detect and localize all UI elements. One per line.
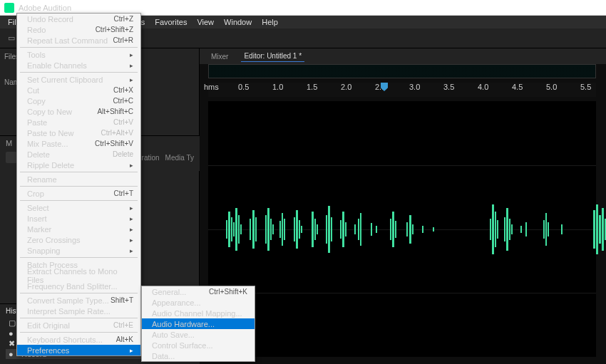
menu-item-zero-crossings[interactable]: Zero Crossings▸ (17, 234, 140, 245)
svg-rect-21 (312, 212, 314, 247)
svg-rect-18 (296, 210, 298, 249)
edit-menu-dropdown: Undo RecordCtrl+ZRedoCtrl+Shift+ZRepeat … (16, 13, 141, 356)
timeline-tick: 1.0 (272, 83, 283, 91)
submenu-item-general-[interactable]: General...Ctrl+Shift+K (142, 286, 255, 297)
svg-rect-49 (509, 219, 510, 240)
svg-rect-24 (326, 215, 327, 244)
menu-item-rename[interactable]: Rename (17, 174, 140, 184)
menu-item-convert-sample-type-[interactable]: Convert Sample Type...Shift+T (17, 295, 140, 306)
menu-item-repeat-last-command[interactable]: Repeat Last CommandCtrl+R (17, 35, 140, 46)
svg-rect-14 (279, 221, 281, 238)
menu-item-crop[interactable]: CropCtrl+T (17, 188, 140, 199)
menu-item-ripple-delete[interactable]: Ripple Delete▸ (17, 160, 140, 170)
menu-item-copy-to-new[interactable]: Copy to NewAlt+Shift+C (17, 106, 140, 117)
svg-rect-58 (596, 204, 598, 254)
menu-item-paste-to-new: Paste to NewCtrl+Alt+V (17, 128, 140, 138)
menu-window[interactable]: Window (219, 16, 257, 28)
menu-item-interpret-sample-rate-[interactable]: Interpret Sample Rate... (17, 306, 140, 316)
svg-rect-56 (561, 224, 563, 234)
svg-rect-35 (390, 219, 391, 240)
menu-item-cut[interactable]: CutCtrl+X (17, 85, 140, 95)
menu-item-snapping[interactable]: Snapping▸ (17, 245, 140, 256)
svg-rect-52 (525, 222, 527, 236)
svg-rect-22 (314, 219, 316, 240)
svg-rect-17 (294, 217, 295, 241)
svg-rect-1 (228, 212, 230, 247)
svg-rect-48 (506, 208, 508, 251)
editor-area: Mixer Editor: Untitled 1 * hms0.51.01.52… (200, 48, 606, 364)
editor-tabs: Mixer Editor: Untitled 1 * (200, 48, 606, 64)
timeline-tick: 0.5 (238, 83, 249, 91)
menu-item-frequency-band-splitter-[interactable]: Frequency Band Splitter... (17, 281, 140, 291)
submenu-item-control-surface-[interactable]: Control Surface... (142, 340, 255, 350)
svg-rect-23 (317, 224, 318, 234)
svg-rect-0 (226, 220, 227, 239)
svg-rect-8 (252, 210, 255, 249)
submenu-item-appearance-[interactable]: Appearance... (142, 297, 255, 308)
svg-rect-7 (250, 219, 251, 240)
menu-help[interactable]: Help (257, 16, 283, 28)
svg-rect-42 (433, 227, 434, 232)
menu-item-select[interactable]: Select▸ (17, 202, 140, 213)
svg-rect-53 (543, 220, 545, 239)
menu-item-tools[interactable]: Tools▸ (17, 49, 140, 60)
svg-rect-5 (238, 215, 240, 244)
menu-item-delete: DeleteDelete (17, 149, 140, 160)
submenu-item-data-[interactable]: Data... (142, 350, 255, 361)
editor-tab[interactable]: Editor: Untitled 1 * (241, 51, 304, 62)
overview-bar[interactable] (208, 64, 596, 78)
menu-item-paste: PasteCtrl+V (17, 117, 140, 128)
submenu-item-audio-channel-mapping-[interactable]: Audio Channel Mapping... (142, 308, 255, 318)
svg-rect-54 (545, 213, 547, 246)
menu-item-undo-record[interactable]: Undo RecordCtrl+Z (17, 14, 140, 24)
svg-rect-45 (495, 212, 496, 247)
mediatype-label: Media Ty (165, 154, 194, 162)
menu-item-insert[interactable]: Insert▸ (17, 213, 140, 224)
preferences-submenu: General...Ctrl+Shift+KAppearance...Audio… (141, 286, 255, 362)
menu-item-keyboard-shortcuts-[interactable]: Keyboard Shortcuts...Alt+K (17, 334, 140, 345)
waveform-area[interactable] (208, 101, 596, 357)
menu-item-mix-paste-[interactable]: Mix Paste...Ctrl+Shift+V (17, 138, 140, 149)
svg-rect-2 (231, 217, 232, 241)
timeline-tick: 3.0 (409, 83, 420, 91)
menu-favorites[interactable]: Favorites (150, 16, 192, 28)
submenu-item-auto-save-[interactable]: Auto Save... (142, 329, 255, 340)
svg-rect-36 (392, 212, 394, 247)
svg-rect-37 (395, 221, 396, 238)
svg-rect-46 (497, 220, 498, 239)
timeline-tick: 5.0 (546, 83, 557, 91)
svg-rect-32 (360, 213, 361, 246)
timeline-ruler[interactable]: hms0.51.01.52.02.53.03.54.04.55.05.5 (208, 83, 596, 97)
menu-item-enable-channels[interactable]: Enable Channels▸ (17, 60, 140, 71)
svg-rect-10 (265, 215, 267, 244)
menu-item-edit-original: Edit OriginalCtrl+E (17, 320, 140, 331)
waveform (208, 197, 606, 261)
menu-item-set-current-clipboard[interactable]: Set Current Clipboard▸ (17, 74, 140, 85)
menu-item-marker[interactable]: Marker▸ (17, 224, 140, 234)
mixer-tab[interactable]: Mixer (208, 51, 231, 62)
svg-rect-47 (504, 217, 505, 241)
svg-rect-9 (255, 217, 257, 241)
svg-rect-39 (409, 215, 411, 244)
svg-rect-12 (270, 219, 272, 240)
menu-item-redo[interactable]: RedoCtrl+Shift+Z (17, 24, 140, 35)
timeline-tick: 1.5 (307, 83, 317, 91)
svg-rect-40 (412, 224, 414, 234)
submenu-item-audio-hardware-[interactable]: Audio Hardware... (142, 318, 255, 329)
svg-rect-4 (235, 208, 237, 251)
menu-item-extract-channels-to-mono-files[interactable]: Extract Channels to Mono Files (17, 270, 140, 281)
svg-rect-11 (267, 208, 269, 251)
menu-view[interactable]: View (192, 16, 219, 28)
menu-item-copy[interactable]: CopyCtrl+C (17, 95, 140, 106)
svg-rect-57 (593, 210, 595, 249)
timeline-tick: 4.5 (512, 83, 523, 91)
menu-item-preferences[interactable]: Preferences▸ (17, 345, 140, 355)
svg-rect-33 (371, 223, 372, 236)
svg-rect-38 (406, 222, 408, 236)
svg-rect-31 (358, 219, 359, 240)
svg-rect-30 (354, 224, 356, 234)
svg-rect-26 (331, 217, 332, 241)
import-icon[interactable] (6, 152, 17, 163)
svg-rect-44 (492, 204, 494, 254)
svg-rect-15 (282, 213, 283, 246)
